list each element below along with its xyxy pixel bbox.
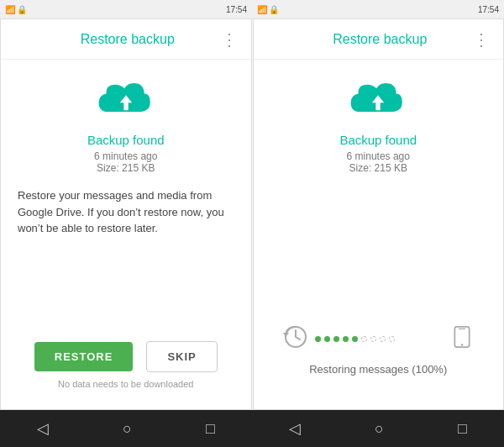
nav-bar: ◁ ○ □ ◁ ○ □ (0, 410, 504, 447)
left-time: 17:54 (226, 5, 247, 14)
wifi-icon2: 🔒 (269, 5, 279, 14)
dot-4 (343, 336, 349, 342)
right-backup-time: 6 minutes ago (347, 150, 410, 162)
left-phone-panel: Restore backup ⋮ Backup (0, 18, 252, 410)
dot-9 (389, 336, 395, 342)
phone-icon: 📶 (5, 5, 15, 14)
dot-6 (361, 336, 367, 342)
wifi-icon: 🔒 (17, 5, 27, 14)
panels-container: Restore backup ⋮ Backup (0, 18, 504, 410)
dot-7 (370, 336, 376, 342)
left-buttons-row: RESTORE SKIP (34, 341, 218, 372)
dot-2 (324, 336, 330, 342)
left-restore-description: Restore your messages and media from Goo… (14, 187, 238, 265)
status-bar-left: 📶 🔒 17:54 (0, 0, 252, 18)
right-time: 17:54 (478, 5, 499, 14)
left-backup-found: Backup found (87, 133, 165, 147)
right-status-icons: 📶 🔒 (257, 5, 279, 14)
left-status-icons: 📶 🔒 (5, 5, 27, 14)
dot-5 (352, 336, 358, 342)
right-progress-area: Restoring messages (100%) (267, 324, 491, 376)
dot-3 (333, 336, 339, 342)
right-phone-panel: Restore backup ⋮ Backup found 6 minutes … (253, 18, 505, 410)
left-backup-size: Size: 215 KB (97, 162, 155, 174)
right-content: Backup found 6 minutes ago Size: 215 KB (254, 60, 504, 409)
restore-button[interactable]: RESTORE (34, 342, 134, 371)
right-more-icon[interactable]: ⋮ (473, 29, 490, 50)
svg-marker-3 (283, 333, 289, 337)
dots-track (315, 336, 444, 342)
svg-point-5 (461, 344, 464, 346)
left-backup-time: 6 minutes ago (94, 150, 157, 162)
right-cloud-icon (348, 80, 408, 126)
recents-button-right[interactable]: □ (438, 413, 487, 444)
dot-8 (380, 336, 386, 342)
skip-button[interactable]: SKIP (146, 341, 217, 372)
recents-button[interactable]: □ (186, 413, 235, 444)
progress-track (283, 324, 473, 353)
dual-status-bar: 📶 🔒 17:54 📶 🔒 17:54 (0, 0, 504, 18)
left-content: Backup found 6 minutes ago Size: 215 KB … (1, 60, 251, 409)
phone-icon2: 📶 (257, 5, 267, 14)
status-bar-right: 📶 🔒 17:54 (252, 0, 504, 18)
home-button-right[interactable]: ○ (354, 413, 404, 444)
right-backup-size: Size: 215 KB (349, 162, 407, 174)
back-button-right[interactable]: ◁ (269, 413, 321, 444)
phone-device-icon (451, 326, 473, 351)
history-clock-icon (283, 324, 308, 353)
left-title: Restore backup (34, 32, 221, 47)
left-cloud-icon (96, 80, 156, 126)
dot-1 (315, 336, 321, 342)
right-backup-found: Backup found (339, 133, 417, 147)
right-app-bar: Restore backup ⋮ (254, 19, 504, 60)
left-no-data: No data needs to be downloaded (58, 379, 193, 389)
right-title: Restore backup (287, 32, 474, 47)
left-more-icon[interactable]: ⋮ (221, 29, 238, 50)
right-restoring-text: Restoring messages (100%) (309, 363, 447, 376)
left-app-bar: Restore backup ⋮ (1, 19, 251, 60)
home-button[interactable]: ○ (102, 413, 152, 444)
back-button[interactable]: ◁ (17, 413, 69, 444)
